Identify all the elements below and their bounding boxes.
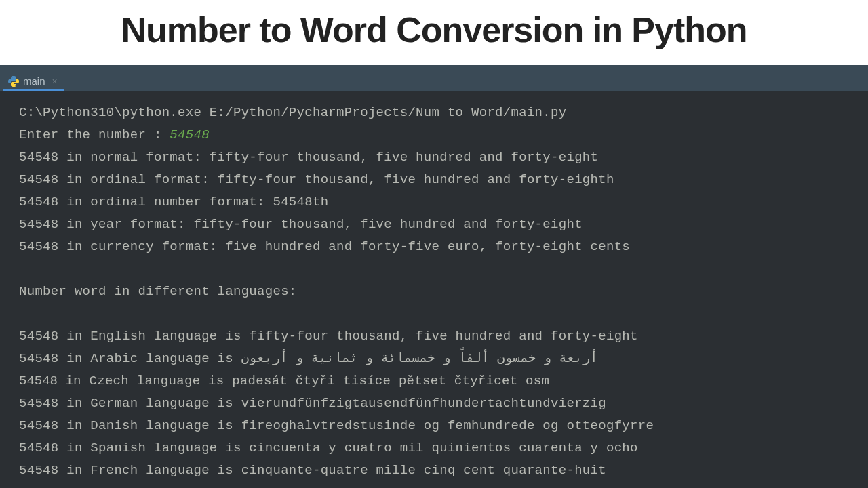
page-title: Number to Word Conversion in Python [0, 9, 868, 50]
console-section-header: Number word in different languages: [19, 284, 297, 299]
console-user-input: 54548 [170, 127, 210, 142]
console-line: 54548 in English language is fifty-four … [19, 329, 638, 344]
console-line: 54548 in currency format: five hundred a… [19, 239, 630, 254]
close-icon[interactable]: × [52, 76, 58, 87]
console-tab-strip: main × [0, 69, 868, 92]
console-line: 54548 in French language is cinquante-qu… [19, 463, 606, 478]
tab-label: main [23, 75, 45, 87]
console-line: 54548 in normal format: fifty-four thous… [19, 150, 598, 165]
console-prompt: Enter the number : [19, 127, 170, 142]
console-line: 54548 in ordinal format: fifty-four thou… [19, 172, 614, 187]
console-line: 54548 in year format: fifty-four thousan… [19, 217, 583, 232]
console-output: C:\Python310\python.exe E:/Python/Pychar… [0, 92, 868, 488]
python-icon [8, 76, 19, 87]
console-line: 54548 in Spanish language is cincuenta y… [19, 441, 638, 455]
console-line: 54548 in German language is vierundfünfz… [19, 396, 606, 411]
console-line: 54548 in ordinal number format: 54548th [19, 195, 328, 209]
console-command: C:\Python310\python.exe E:/Python/Pychar… [19, 105, 566, 120]
console-line: 54548 in Arabic language is أربعة و خمسو… [19, 351, 598, 366]
tab-main[interactable]: main × [3, 71, 64, 92]
page-heading-bar: Number to Word Conversion in Python [0, 0, 868, 65]
console-line: 54548 in Danish language is fireoghalvtr… [19, 418, 654, 433]
console-line: 54548 in Czech language is padesát čtyři… [19, 373, 549, 388]
